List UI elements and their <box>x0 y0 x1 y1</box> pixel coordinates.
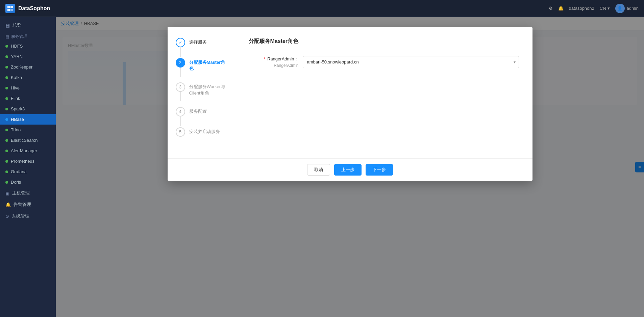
form-fields: * RangerAdmin：RangerAdminambari-50.snowl… <box>249 56 519 69</box>
sidebar-item-hdfs[interactable]: HDFS <box>0 41 56 51</box>
step-label-3: 分配服务Worker与Client角色 <box>189 82 227 96</box>
step-item-4: 4服务配置 <box>176 107 227 116</box>
service-dot-icon <box>5 139 8 142</box>
admin-avatar-area[interactable]: 👤 admin <box>615 4 639 13</box>
sidebar-item-hive[interactable]: Hive <box>0 83 56 93</box>
service-dot-icon <box>5 181 8 184</box>
sidebar-section-service: ▤ 服务管理 <box>0 31 56 41</box>
sidebar-item-spark3[interactable]: Spark3 <box>0 104 56 114</box>
service-items-list: HDFSYARNZooKeeperKafkaHiveFlinkSpark3HBa… <box>0 41 56 187</box>
sidebar-item-label: 系统管理 <box>12 213 29 219</box>
service-dot-icon <box>5 45 8 48</box>
sidebar-item-label: HBase <box>11 117 24 122</box>
step-label-4: 服务配置 <box>189 107 207 114</box>
mgmt-icon: ▣ <box>5 191 9 196</box>
step-item-1: ✓选择服务 <box>176 38 227 47</box>
step-label-1: 选择服务 <box>189 38 207 45</box>
service-dot-icon <box>5 160 8 163</box>
sidebar-item-label: ZooKeeper <box>11 64 32 70</box>
step-circle-2: 2 <box>176 58 185 68</box>
form-panel: 分配服务Master角色 * RangerAdmin：RangerAdminam… <box>235 27 532 158</box>
service-dot-icon <box>5 55 8 58</box>
sidebar-item-hbase[interactable]: HBase <box>0 114 56 125</box>
sidebar-item-label: Flink <box>11 96 20 101</box>
step-circle-4: 4 <box>176 107 185 116</box>
sidebar-item-label: ElasticSearch <box>11 138 38 143</box>
service-dot-icon <box>5 76 8 79</box>
sidebar-item-grafana[interactable]: Grafana <box>0 166 56 177</box>
service-dot-icon <box>5 97 8 100</box>
host-select-0[interactable]: ambari-50.snowleopard.cn <box>303 56 519 68</box>
username-display[interactable]: datasophon2 <box>569 6 594 11</box>
service-dot-icon <box>5 66 8 69</box>
sidebar-item-trino[interactable]: Trino <box>0 125 56 135</box>
cancel-button[interactable]: 取消 <box>307 164 330 176</box>
chevron-down-icon: ▾ <box>608 6 610 11</box>
step-item-5: 5安装并启动服务 <box>176 127 227 137</box>
form-title: 分配服务Master角色 <box>249 38 519 45</box>
sidebar-item-yarn[interactable]: YARN <box>0 51 56 62</box>
sidebar-item-elasticsearch[interactable]: ElasticSearch <box>0 135 56 146</box>
sidebar-item-label: Grafana <box>11 169 27 174</box>
app-title: DataSophon <box>18 5 50 11</box>
lang-selector[interactable]: CN ▾ <box>600 6 610 11</box>
step-label-5: 安装并启动服务 <box>189 127 220 135</box>
service-dot-icon <box>5 150 8 152</box>
select-wrapper-0: ambari-50.snowleopard.cn▾ <box>303 56 519 68</box>
prev-button[interactable]: 上一步 <box>334 164 362 176</box>
sidebar-item-label: Spark3 <box>11 106 25 111</box>
step-item-3: 3分配服务Worker与Client角色 <box>176 82 227 96</box>
field-sublabel-0: RangerAdmin <box>249 62 299 69</box>
svg-rect-2 <box>7 9 10 11</box>
sidebar-item-mgmt-告警管理[interactable]: 🔔告警管理 <box>0 199 56 210</box>
next-button[interactable]: 下一步 <box>366 164 393 176</box>
service-dot-icon <box>5 108 8 110</box>
form-label-0: * RangerAdmin：RangerAdmin <box>249 56 303 69</box>
sidebar-item-label: Kafka <box>11 75 22 80</box>
step-circle-5: 5 <box>176 127 185 137</box>
service-mgmt-icon: ▤ <box>5 34 9 39</box>
step-item-2: 2分配服务Master角色 <box>176 58 227 72</box>
svg-rect-0 <box>7 6 10 8</box>
modal-dialog: ✓选择服务2分配服务Master角色3分配服务Worker与Client角色4服… <box>168 27 532 181</box>
mgmt-icon: ⊙ <box>5 214 9 219</box>
service-dot-icon <box>5 118 8 121</box>
sidebar: ▦ 总览 ▤ 服务管理 HDFSYARNZooKeeperKafkaHiveFl… <box>0 17 56 317</box>
steps-panel: ✓选择服务2分配服务Master角色3分配服务Worker与Client角色4服… <box>168 27 235 158</box>
mgmt-icon: 🔔 <box>5 202 11 207</box>
overview-icon: ▦ <box>5 23 10 28</box>
sidebar-item-prometheus[interactable]: Prometheus <box>0 156 56 166</box>
sidebar-item-label: HDFS <box>11 44 23 49</box>
sidebar-item-label: 主机管理 <box>12 190 30 196</box>
sidebar-item-doris[interactable]: Doris <box>0 177 56 187</box>
management-items-list: ▣主机管理🔔告警管理⊙系统管理 <box>0 187 56 222</box>
form-row-0: * RangerAdmin：RangerAdminambari-50.snowl… <box>249 56 519 69</box>
svg-rect-3 <box>10 9 13 11</box>
required-mark: * <box>264 56 267 61</box>
sidebar-item-label: AlertManager <box>11 148 37 153</box>
sidebar-item-label: Doris <box>11 180 21 185</box>
app-logo <box>5 4 15 13</box>
avatar: 👤 <box>615 4 625 13</box>
sidebar-item-label: Trino <box>11 127 21 132</box>
main-layout: ▦ 总览 ▤ 服务管理 HDFSYARNZooKeeperKafkaHiveFl… <box>0 17 644 317</box>
step-label-2: 分配服务Master角色 <box>189 58 227 72</box>
sidebar-item-zookeeper[interactable]: ZooKeeper <box>0 62 56 72</box>
modal-body: ✓选择服务2分配服务Master角色3分配服务Worker与Client角色4服… <box>168 27 532 158</box>
service-dot-icon <box>5 129 8 131</box>
sidebar-item-mgmt-主机管理[interactable]: ▣主机管理 <box>0 187 56 199</box>
step-circle-3: 3 <box>176 82 185 92</box>
sidebar-item-label: YARN <box>11 54 23 59</box>
top-nav-right: ⚙ 🔔 datasophon2 CN ▾ 👤 admin <box>549 4 639 13</box>
sidebar-item-overview[interactable]: ▦ 总览 <box>0 20 56 31</box>
modal-overlay: ✓选择服务2分配服务Master角色3分配服务Worker与Client角色4服… <box>56 17 644 317</box>
bell-icon[interactable]: 🔔 <box>558 6 564 11</box>
svg-rect-1 <box>10 6 13 8</box>
settings-icon[interactable]: ⚙ <box>549 6 553 11</box>
sidebar-item-flink[interactable]: Flink <box>0 93 56 104</box>
sidebar-item-label: 告警管理 <box>14 202 31 208</box>
sidebar-item-mgmt-系统管理[interactable]: ⊙系统管理 <box>0 210 56 222</box>
sidebar-item-alertmanager[interactable]: AlertManager <box>0 146 56 156</box>
sidebar-item-kafka[interactable]: Kafka <box>0 72 56 83</box>
modal-footer: 取消 上一步 下一步 <box>168 158 532 181</box>
